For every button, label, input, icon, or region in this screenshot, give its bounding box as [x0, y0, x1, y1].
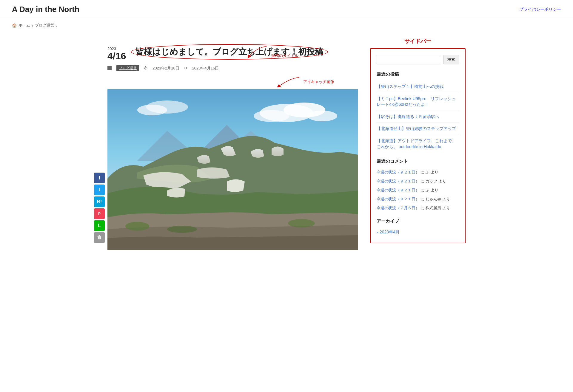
search-box: 検索 — [377, 55, 459, 64]
comment-post-link-4[interactable]: 今週の状況（９２１日） — [377, 196, 419, 202]
published-date: 2023年2月18日 — [153, 66, 179, 71]
main-container: 投稿のタイトル 2023 4/16 皆様はじめまして。ブログ立ち上げます！初投稿… — [96, 32, 478, 256]
recent-post-link-2[interactable]: 【ミニpc】Beelink U95pro リフレッシュレート4K@60Hzだった… — [377, 96, 456, 107]
recent-posts-title: 最近の投稿 — [377, 72, 459, 77]
twitter-share-button[interactable]: t — [94, 185, 105, 195]
comment-author-4: じゅん@ — [426, 196, 441, 202]
comment-on-3: に — [420, 188, 424, 193]
list-item: 今週の状況（９２１日） に ガッツ より — [377, 177, 459, 186]
comment-suffix-3: より — [431, 188, 438, 193]
archives-list: › 2023年4月 — [377, 228, 459, 237]
comment-suffix-4: より — [442, 196, 450, 202]
recent-posts-section: 最近の投稿 【登山ステップ１】樽前山への挑戦 【ミニpc】Beelink U95… — [377, 72, 459, 153]
annotation-image-text: アイキャッチ画像 — [303, 79, 334, 85]
comment-on-2: に — [420, 179, 424, 184]
comment-on-1: に — [420, 170, 424, 175]
featured-image-container: f t B! P L 🗑 — [107, 89, 358, 250]
archive-link-1[interactable]: › 2023年4月 — [377, 230, 459, 235]
list-item: 【北海道登山】登山経験のステップアップ — [377, 123, 459, 135]
list-item: 今週の状況（９２１日） に ふ より — [377, 168, 459, 177]
recent-comments-section: 最近のコメント 今週の状況（９２１日） に ふ より 今週の状況（９２１日） に… — [377, 159, 459, 213]
comment-on-5: に — [420, 205, 424, 211]
comment-post-link-1[interactable]: 今週の状況（９２１日） — [377, 170, 419, 175]
list-item: 今週の状況（７月６日） に 株式勝男 より — [377, 204, 459, 213]
comment-suffix-1: より — [431, 170, 438, 175]
breadcrumb-separator2: › — [56, 23, 57, 28]
article-year: 2023 — [107, 47, 126, 51]
comment-author-1: ふ — [426, 170, 429, 175]
breadcrumb-home[interactable]: ホーム — [19, 23, 30, 28]
annotation-image-area: アイキャッチ画像 — [107, 76, 358, 88]
archives-section: アーカイブ › 2023年4月 — [377, 219, 459, 237]
list-item: › 2023年4月 — [377, 228, 459, 237]
social-share-sidebar: f t B! P L 🗑 — [94, 173, 105, 243]
archive-label-1: 2023年4月 — [380, 230, 400, 235]
archives-title: アーカイブ — [377, 219, 459, 224]
privacy-policy-link[interactable]: プライバシーポリシー — [519, 7, 561, 12]
comment-on-4: に — [420, 196, 424, 202]
list-item: 【駅そば】廃線迫るＪＲ留萌駅へ — [377, 111, 459, 123]
list-item: 今週の状況（９２１日） に ふ より — [377, 186, 459, 195]
title-oval: 皆様はじめまして。ブログ立ち上げます！初投稿 — [135, 47, 323, 57]
content-area: 投稿のタイトル 2023 4/16 皆様はじめまして。ブログ立ち上げます！初投稿… — [107, 38, 358, 250]
search-input[interactable] — [377, 55, 441, 64]
header-nav: プライバシーポリシー — [519, 7, 561, 12]
svg-point-3 — [254, 110, 289, 122]
breadcrumb-separator1: › — [32, 23, 33, 28]
recent-posts-list: 【登山ステップ１】樽前山への挑戦 【ミニpc】Beelink U95pro リフ… — [377, 81, 459, 153]
category-icon — [107, 66, 112, 70]
svg-point-11 — [167, 226, 197, 233]
article-title-wrapper: 皆様はじめまして。ブログ立ち上げます！初投稿 — [135, 47, 358, 57]
category-badge[interactable]: ブログ運営 — [116, 65, 139, 71]
comment-post-link-3[interactable]: 今週の状況（９２１日） — [377, 188, 419, 193]
line-share-button[interactable]: L — [94, 220, 105, 231]
article-date-block: 2023 4/16 — [107, 47, 126, 61]
sidebar-title: サイドバー — [370, 38, 466, 45]
article-meta: ブログ運営 ⏱ 2023年2月18日 ↺ 2023年4月16日 — [107, 65, 358, 71]
comment-author-5: 株式勝男 — [426, 205, 441, 211]
list-item: 【登山ステップ１】樽前山への挑戦 — [377, 81, 459, 93]
home-icon: 🏠 — [12, 23, 17, 28]
updated-date: 2023年4月16日 — [192, 66, 219, 71]
recent-post-link-3[interactable]: 【駅そば】廃線迫るＪＲ留萌駅へ — [377, 114, 439, 119]
comment-suffix-5: より — [442, 205, 450, 211]
list-item: 【ミニpc】Beelink U95pro リフレッシュレート4K@60Hzだった… — [377, 93, 459, 111]
chevron-right-icon: › — [377, 230, 378, 234]
recent-post-link-5[interactable]: 【北海道】アウトドアライフ、これまで、これから。 outdoorlife in … — [377, 138, 456, 149]
hatenab-share-button[interactable]: B! — [94, 196, 105, 207]
breadcrumb-parent[interactable]: ブログ運営 — [35, 23, 54, 28]
annotation-image-label-row: アイキャッチ画像 — [107, 76, 358, 88]
breadcrumb: 🏠 ホーム › ブログ運営 › — [0, 19, 573, 32]
recent-post-link-4[interactable]: 【北海道登山】登山経験のステップアップ — [377, 126, 456, 131]
comment-author-2: ガッツ — [426, 179, 437, 184]
list-item: 【北海道】アウトドアライフ、これまで、これから。 outdoorlife in … — [377, 135, 459, 153]
comment-suffix-2: より — [438, 179, 446, 184]
comment-author-3: ふ — [426, 188, 429, 193]
sidebar-box: 検索 最近の投稿 【登山ステップ１】樽前山への挑戦 【ミニpc】Beelink … — [370, 48, 466, 243]
delete-share-button[interactable]: 🗑 — [94, 232, 105, 243]
site-title: A Day in the North — [12, 5, 79, 14]
updated-icon: ↺ — [184, 66, 187, 70]
svg-point-10 — [125, 222, 149, 231]
list-item: 今週の状況（９２１日） に じゅん@ より — [377, 195, 459, 204]
svg-point-4 — [307, 111, 337, 121]
article-title: 皆様はじめまして。ブログ立ち上げます！初投稿 — [135, 47, 323, 57]
article-header: 2023 4/16 皆様はじめまして。ブログ立ち上げます！初投稿 — [107, 47, 358, 61]
search-button[interactable]: 検索 — [443, 55, 459, 64]
comment-post-link-5[interactable]: 今週の状況（７月６日） — [377, 205, 419, 211]
facebook-share-button[interactable]: f — [94, 173, 105, 183]
comment-post-link-2[interactable]: 今週の状況（９２１日） — [377, 179, 419, 184]
article-date: 4/16 — [107, 51, 126, 61]
site-header: A Day in the North プライバシーポリシー — [0, 0, 573, 19]
published-icon: ⏱ — [144, 66, 148, 70]
pocket-share-button[interactable]: P — [94, 208, 105, 219]
recent-post-link-1[interactable]: 【登山ステップ１】樽前山への挑戦 — [377, 84, 443, 89]
svg-point-12 — [288, 219, 315, 227]
sidebar: サイドバー 検索 最近の投稿 【登山ステップ１】樽前山への挑戦 【ミニpc】Be… — [370, 38, 466, 250]
recent-comments-title: 最近のコメント — [377, 159, 459, 164]
recent-comments-list: 今週の状況（９２１日） に ふ より 今週の状況（９２１日） に ガッツ より … — [377, 168, 459, 213]
featured-image — [107, 89, 358, 250]
mountain-svg — [107, 89, 358, 250]
svg-point-6 — [137, 105, 167, 115]
annotation-image-arrow — [274, 76, 301, 88]
